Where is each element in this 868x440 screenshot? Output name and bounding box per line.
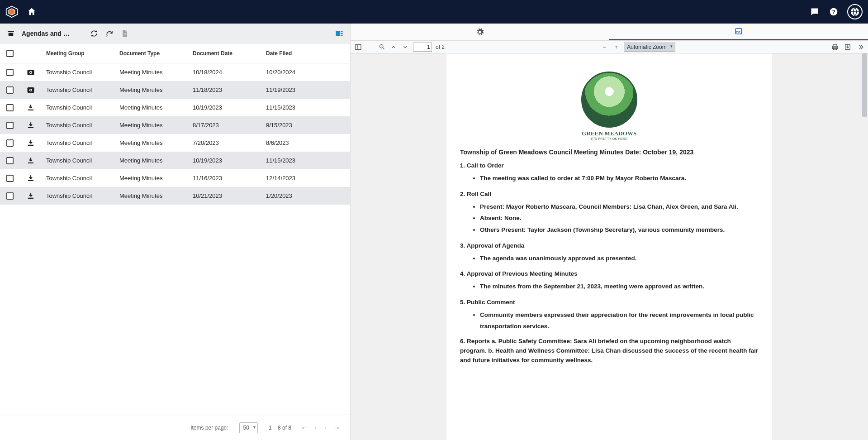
preview-pane: PDF of 2 − + Automatic Zoom (351, 24, 868, 440)
search-icon[interactable] (378, 43, 386, 51)
row-checkbox[interactable] (6, 122, 14, 129)
pdf-toolbar: of 2 − + Automatic Zoom (351, 41, 868, 53)
export-icon[interactable] (120, 29, 129, 38)
cell-date-filed: 11/15/2023 (266, 104, 344, 111)
download-icon[interactable] (844, 43, 852, 51)
last-page-icon[interactable]: ⇥ (335, 425, 339, 431)
cell-date-filed: 11/19/2023 (266, 86, 344, 93)
prev-match-icon[interactable] (389, 43, 398, 51)
sidebar-toggle-icon[interactable] (354, 43, 362, 51)
print-icon[interactable] (831, 43, 839, 51)
table-row[interactable]: Township CouncilMeeting Minutes10/18/202… (0, 63, 350, 81)
download-icon[interactable] (26, 121, 35, 130)
download-icon[interactable] (26, 103, 35, 112)
svg-rect-6 (341, 31, 343, 32)
topbar: ? (0, 0, 868, 24)
next-match-icon[interactable] (401, 43, 409, 51)
sync-icon[interactable] (90, 29, 99, 38)
next-page-icon[interactable]: › (325, 425, 327, 431)
col-document-type[interactable]: Document Type (119, 50, 193, 57)
cell-document-date: 10/18/2024 (193, 69, 266, 76)
table-row[interactable]: Township CouncilMeeting Minutes7/20/2023… (0, 134, 350, 152)
cell-document-type: Meeting Minutes (119, 104, 193, 111)
cell-document-date: 11/18/2023 (193, 86, 266, 93)
cell-meeting-group: Township Council (46, 192, 119, 199)
cell-document-date: 7/20/2023 (193, 139, 266, 146)
archive-icon[interactable] (6, 29, 15, 38)
home-icon[interactable] (26, 6, 37, 17)
split-view-icon[interactable] (335, 29, 344, 38)
row-checkbox[interactable] (6, 104, 14, 111)
zoom-out-icon[interactable]: − (600, 43, 608, 51)
download-icon[interactable] (26, 174, 35, 183)
svg-point-11 (30, 72, 32, 73)
cell-document-type: Meeting Minutes (119, 157, 193, 164)
preview-icon[interactable] (26, 68, 35, 77)
pane-title: Agendas and Me… (22, 30, 71, 37)
svg-line-26 (383, 48, 384, 49)
cell-meeting-group: Township Council (46, 122, 119, 129)
tab-settings[interactable] (351, 24, 609, 40)
scrollbar[interactable] (861, 53, 868, 440)
row-checkbox[interactable] (6, 139, 14, 147)
help-icon[interactable]: ? (828, 6, 839, 17)
table-row[interactable]: Township CouncilMeeting Minutes10/21/202… (0, 187, 350, 205)
cell-date-filed: 9/15/2023 (266, 122, 344, 129)
zoom-in-icon[interactable]: + (612, 43, 620, 51)
cell-meeting-group: Township Council (46, 104, 119, 111)
page-input[interactable] (413, 43, 432, 52)
document-logo: GREEN MEADOWS IT'S PRETTY OK HERE (460, 72, 759, 140)
cell-document-date: 10/21/2023 (193, 192, 266, 199)
preview-tabs: PDF (351, 24, 868, 41)
download-icon[interactable] (26, 191, 35, 201)
cell-document-date: 10/19/2023 (193, 157, 266, 164)
refresh-icon[interactable] (105, 29, 114, 38)
cell-document-type: Meeting Minutes (119, 192, 193, 199)
feedback-icon[interactable] (809, 6, 820, 17)
row-checkbox[interactable] (6, 175, 14, 182)
row-checkbox[interactable] (6, 157, 14, 164)
pdf-body[interactable]: GREEN MEADOWS IT'S PRETTY OK HERE Townsh… (351, 53, 868, 440)
per-page-select[interactable]: 50 (239, 422, 258, 433)
cell-date-filed: 12/14/2023 (266, 175, 344, 182)
cell-document-date: 11/16/2023 (193, 175, 266, 182)
col-date-filed[interactable]: Date Filed (266, 50, 344, 57)
doc-section: 1. Call to Order (460, 162, 759, 169)
doc-section: 3. Approval of Agenda (460, 242, 759, 249)
row-checkbox[interactable] (6, 192, 14, 200)
tab-pdf[interactable]: PDF (609, 24, 868, 40)
doc-section: 5. Public Comment (460, 299, 759, 306)
preview-icon[interactable] (26, 86, 35, 95)
first-page-icon[interactable]: ⇤ (302, 425, 307, 431)
row-checkbox[interactable] (6, 69, 14, 76)
col-document-date[interactable]: Document Date (193, 50, 266, 57)
download-icon[interactable] (26, 156, 35, 165)
svg-rect-20 (28, 197, 33, 198)
cell-meeting-group: Township Council (46, 86, 119, 93)
row-checkbox[interactable] (6, 86, 14, 94)
cell-document-type: Meeting Minutes (119, 175, 193, 182)
select-all-checkbox[interactable] (6, 50, 14, 57)
svg-text:?: ? (832, 9, 835, 14)
tools-icon[interactable] (856, 43, 864, 51)
cell-meeting-group: Township Council (46, 157, 119, 164)
svg-rect-18 (28, 162, 33, 163)
svg-rect-19 (28, 180, 33, 181)
svg-text:PDF: PDF (736, 30, 741, 33)
cell-document-type: Meeting Minutes (119, 69, 193, 76)
globe-icon[interactable] (847, 4, 863, 19)
table-row[interactable]: Township CouncilMeeting Minutes11/16/202… (0, 169, 350, 187)
table-row[interactable]: Township CouncilMeeting Minutes10/19/202… (0, 152, 350, 169)
per-page-label: Items per page: (190, 425, 228, 431)
zoom-select[interactable]: Automatic Zoom (624, 43, 675, 52)
table-row[interactable]: Township CouncilMeeting Minutes10/19/202… (0, 99, 350, 116)
documents-pane: Agendas and Me… (0, 24, 351, 440)
cell-meeting-group: Township Council (46, 175, 119, 182)
table-row[interactable]: Township CouncilMeeting Minutes11/18/202… (0, 81, 350, 99)
table-row[interactable]: Township CouncilMeeting Minutes8/17/2023… (0, 116, 350, 134)
download-icon[interactable] (26, 139, 35, 148)
cell-date-filed: 8/6/2023 (266, 139, 344, 146)
col-meeting-group[interactable]: Meeting Group (46, 50, 119, 57)
app-logo[interactable] (5, 5, 18, 18)
prev-page-icon[interactable]: ‹ (315, 425, 317, 431)
